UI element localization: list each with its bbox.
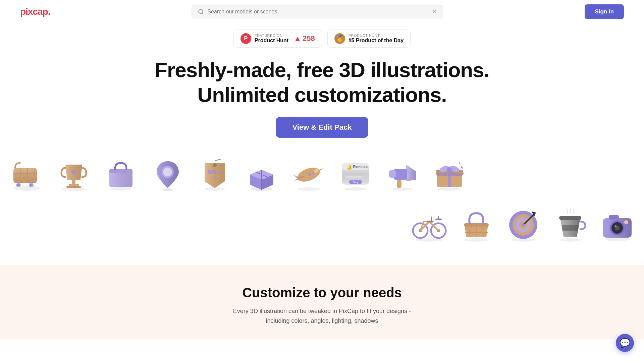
shopping-cart-icon[interactable] xyxy=(3,151,50,198)
chat-bubble-button[interactable]: 💬 xyxy=(616,334,634,352)
svg-point-25 xyxy=(163,168,172,176)
badges-row: P FEATURED ON Product Hunt ▲ 258 🏅 PRODU… xyxy=(0,29,644,48)
svg-point-87 xyxy=(604,238,630,241)
svg-rect-45 xyxy=(345,173,366,175)
svg-point-95 xyxy=(624,220,628,224)
header: pixcap. ✕ Sign in xyxy=(0,0,644,23)
svg-text:SALE: SALE xyxy=(208,169,222,175)
product-hunt-badge[interactable]: P FEATURED ON Product Hunt ▲ 258 xyxy=(233,29,322,48)
svg-point-96 xyxy=(614,225,616,227)
svg-point-64 xyxy=(416,238,443,242)
bottom-heading: Customize to your needs xyxy=(0,285,644,300)
medal-icon: 🏅 xyxy=(334,33,345,44)
product-hunt-text: FEATURED ON Product Hunt xyxy=(255,34,288,44)
coffee-cup-icon[interactable] xyxy=(547,201,594,248)
svg-point-60 xyxy=(447,167,452,172)
svg-text:🔔: 🔔 xyxy=(346,164,353,170)
svg-rect-50 xyxy=(394,169,407,180)
svg-rect-22 xyxy=(109,169,132,173)
target-icon[interactable] xyxy=(500,201,547,248)
bottom-description: Every 3D illustration can be tweaked in … xyxy=(221,306,423,326)
svg-text:Okay: Okay xyxy=(353,181,359,184)
camera-icon[interactable] xyxy=(594,201,641,248)
svg-rect-69 xyxy=(431,217,432,222)
svg-text:✦: ✦ xyxy=(462,172,465,175)
product-of-day-text: PRODUCT HUNT #5 Product of the Day xyxy=(348,34,404,44)
svg-rect-51 xyxy=(389,170,396,178)
search-input[interactable] xyxy=(207,9,428,15)
logo-text: pixcap xyxy=(20,6,48,17)
svg-rect-70 xyxy=(438,216,439,220)
chat-icon: 💬 xyxy=(620,338,630,348)
search-clear-button[interactable]: ✕ xyxy=(432,9,437,15)
svg-point-34 xyxy=(297,187,320,191)
badge-top-label: FEATURED ON xyxy=(255,34,288,38)
svg-text:★: ★ xyxy=(70,168,77,176)
svg-point-11 xyxy=(17,184,20,186)
svg-point-19 xyxy=(111,187,131,191)
svg-rect-56 xyxy=(448,170,451,187)
search-bar[interactable]: ✕ xyxy=(192,5,443,18)
icons-row-2 xyxy=(0,198,644,255)
svg-rect-4 xyxy=(13,168,37,183)
svg-point-23 xyxy=(163,188,173,191)
reminder-notification-icon[interactable]: 🔔 Reminder Okay xyxy=(332,151,379,198)
svg-point-85 xyxy=(560,238,580,242)
product-hunt-icon: P xyxy=(240,33,251,44)
svg-point-53 xyxy=(438,187,461,191)
svg-line-1 xyxy=(202,13,203,14)
hero-line1: Freshly-made, free 3D illustrations. xyxy=(155,58,489,81)
trophy-icon[interactable]: ★ xyxy=(50,151,97,198)
logo-dot: . xyxy=(48,6,50,17)
svg-text:✦: ✦ xyxy=(458,161,461,166)
shopping-bag-icon[interactable] xyxy=(97,151,144,198)
location-pin-icon[interactable] xyxy=(144,151,191,198)
sale-tag-icon[interactable]: SALE % xyxy=(191,151,238,198)
pd-main-label: #5 Product of the Day xyxy=(348,38,404,44)
icons-row-1: ★ xyxy=(0,151,644,198)
pd-top-label: PRODUCT HUNT xyxy=(348,34,404,38)
basket-icon[interactable] xyxy=(453,201,500,248)
svg-text:%: % xyxy=(213,177,217,181)
svg-rect-17 xyxy=(72,180,75,184)
logo[interactable]: pixcap. xyxy=(20,6,50,17)
hero-heading: Freshly-made, free 3D illustrations. Unl… xyxy=(0,58,644,108)
box-icon[interactable] xyxy=(238,151,285,198)
airplane-icon[interactable] xyxy=(285,151,332,198)
svg-point-37 xyxy=(308,173,311,176)
icons-section: ★ xyxy=(0,144,644,258)
bottom-section: Customize to your needs Every 3D illustr… xyxy=(0,265,644,339)
svg-point-39 xyxy=(345,187,366,191)
badge-main-label: Product Hunt xyxy=(255,38,288,44)
svg-rect-16 xyxy=(66,186,81,188)
cta-button[interactable]: View & Edit Pack xyxy=(276,117,369,138)
badge-number: 258 xyxy=(303,34,315,43)
badge-arrow: ▲ xyxy=(294,34,301,43)
megaphone-icon[interactable] xyxy=(379,151,426,198)
svg-point-49 xyxy=(392,187,413,191)
svg-line-30 xyxy=(215,159,221,161)
search-icon xyxy=(198,9,204,15)
svg-point-29 xyxy=(213,163,217,167)
svg-rect-86 xyxy=(559,216,581,220)
product-of-day-badge[interactable]: 🏅 PRODUCT HUNT #5 Product of the Day xyxy=(327,29,411,48)
svg-rect-90 xyxy=(609,215,619,220)
hero-section: Freshly-made, free 3D illustrations. Unl… xyxy=(0,48,644,144)
bicycle-icon[interactable] xyxy=(406,201,453,248)
svg-rect-57 xyxy=(437,173,462,176)
svg-point-71 xyxy=(465,238,488,242)
svg-rect-77 xyxy=(464,223,489,227)
svg-rect-46 xyxy=(345,176,362,178)
svg-point-84 xyxy=(522,223,525,227)
svg-point-38 xyxy=(312,172,314,174)
signin-button[interactable]: Sign in xyxy=(585,4,624,19)
gift-box-icon[interactable]: ★ ✦ ✦ xyxy=(426,151,473,198)
svg-point-13 xyxy=(30,184,33,186)
svg-rect-52 xyxy=(397,180,401,188)
badge-count: ▲ 258 xyxy=(294,34,315,43)
hero-line2: Unlimited customizations. xyxy=(197,83,446,106)
svg-text:Reminder: Reminder xyxy=(353,165,369,169)
